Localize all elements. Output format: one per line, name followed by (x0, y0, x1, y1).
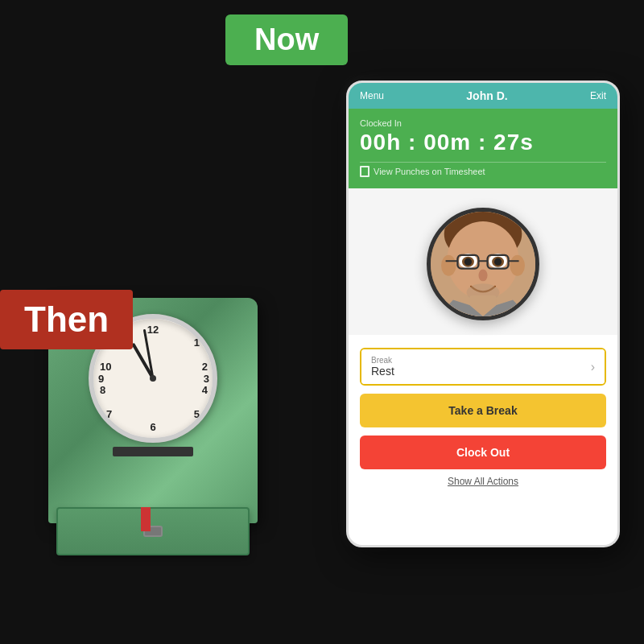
view-punches[interactable]: View Punches on Timesheet (360, 162, 606, 180)
avatar (427, 208, 539, 320)
avatar-section (349, 188, 617, 335)
now-badge: Now (225, 14, 348, 65)
svg-point-16 (478, 270, 487, 282)
clocked-in-area: Clocked In 00h : 00m : 27s View Punches … (349, 109, 617, 188)
break-row[interactable]: Break Rest › (361, 349, 605, 384)
exit-label[interactable]: Exit (590, 90, 606, 101)
clocked-in-time: 00h : 00m : 27s (360, 130, 606, 155)
clocked-in-label: Clocked In (360, 118, 606, 128)
then-badge: Then (0, 290, 133, 349)
svg-point-10 (494, 258, 502, 266)
svg-point-3 (441, 255, 456, 276)
clock-out-button[interactable]: Clock Out (360, 436, 606, 469)
break-info: Break Rest (371, 356, 394, 378)
svg-point-4 (510, 255, 525, 276)
break-main-label: Rest (371, 365, 394, 378)
tablet: Menu John D. Exit Clocked In 00h : 00m :… (346, 80, 620, 547)
app-header: Menu John D. Exit (349, 83, 617, 109)
show-all-actions[interactable]: Show All Actions (349, 476, 617, 487)
clock-center (150, 375, 156, 382)
chevron-right-icon: › (591, 360, 595, 374)
clock-slot (113, 447, 193, 456)
clock-drawer (56, 507, 250, 555)
user-name: John D. (466, 89, 507, 102)
break-small-label: Break (371, 356, 394, 365)
svg-point-9 (464, 258, 472, 266)
break-section[interactable]: Break Rest › (360, 348, 606, 386)
paper-strip (141, 507, 151, 531)
view-punches-label: View Punches on Timesheet (374, 167, 485, 176)
menu-label[interactable]: Menu (360, 90, 384, 101)
document-icon (360, 166, 369, 177)
take-break-button[interactable]: Take a Break (360, 394, 606, 427)
